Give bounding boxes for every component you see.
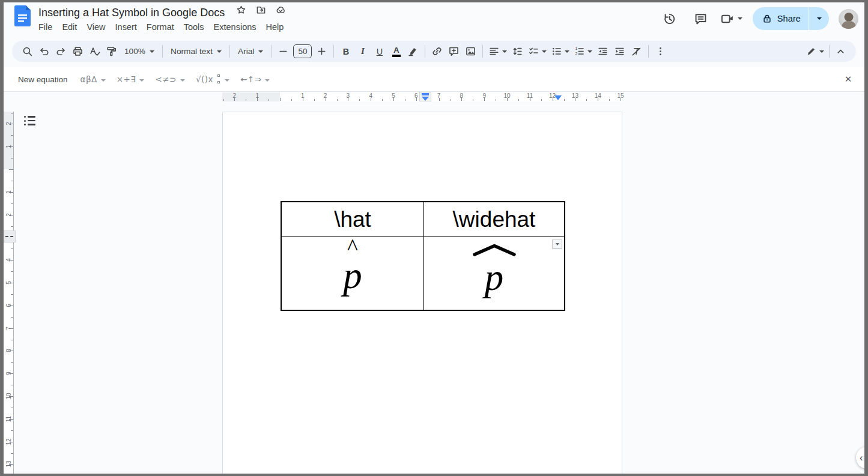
table-row-boundary-marker[interactable] xyxy=(2,230,16,243)
paint-format-button[interactable] xyxy=(103,43,120,59)
menu-file[interactable]: File xyxy=(34,21,57,33)
horizontal-ruler: 21123456789101112131415 xyxy=(0,92,868,101)
misc-operations-dropdown[interactable]: ×÷∃ xyxy=(111,74,150,84)
account-avatar[interactable] xyxy=(839,9,858,29)
editing-mode-button[interactable] xyxy=(804,43,826,59)
ruler-label: 2 xyxy=(324,92,327,99)
more-options-button[interactable] xyxy=(652,43,669,59)
math-operations-dropdown[interactable]: √()x xyxy=(190,74,235,84)
document-title[interactable]: Inserting a Hat Symbol in Google Docs xyxy=(38,7,225,19)
highlight-color-button[interactable] xyxy=(405,43,421,59)
video-options-caret-icon[interactable] xyxy=(738,17,742,20)
greek-letters-dropdown[interactable]: αβΔ xyxy=(75,74,111,84)
text-color-button[interactable]: A xyxy=(388,43,404,59)
align-button[interactable] xyxy=(487,43,509,59)
font-dropdown[interactable]: Arial xyxy=(234,43,267,59)
show-document-outline-button[interactable] xyxy=(24,116,36,128)
decrease-font-size-button[interactable] xyxy=(275,43,291,59)
menu-help[interactable]: Help xyxy=(261,21,289,33)
highlight-color-icon xyxy=(407,46,419,57)
table-header-hat[interactable]: \hat xyxy=(282,202,423,236)
ruler-tick xyxy=(11,249,13,249)
right-indent-marker[interactable] xyxy=(554,95,562,100)
increase-font-size-button[interactable] xyxy=(314,43,330,59)
ruler-label: 4 xyxy=(4,256,13,265)
toolbar-divider xyxy=(482,45,483,58)
increase-indent-button[interactable] xyxy=(612,43,628,59)
menu-edit[interactable]: Edit xyxy=(57,21,82,33)
cloud-status-icon[interactable] xyxy=(276,5,286,17)
ruler-label: 1 xyxy=(301,92,305,99)
table-header-widehat[interactable]: \widehat xyxy=(423,202,564,236)
clear-formatting-button[interactable] xyxy=(628,43,645,59)
chevron-left-icon: ‹ xyxy=(860,453,863,463)
search-button[interactable] xyxy=(19,43,35,59)
chevron-down-icon xyxy=(101,79,106,82)
print-button[interactable] xyxy=(70,43,86,59)
menu-extensions[interactable]: Extensions xyxy=(209,21,261,33)
share-options-button[interactable] xyxy=(809,7,829,30)
relations-dropdown[interactable]: <≠⊃ xyxy=(150,74,190,84)
ruler-label: 6 xyxy=(414,92,418,99)
left-indent-marker[interactable] xyxy=(422,97,429,101)
google-docs-window: Inserting a Hat Symbol in Google Docs Fi… xyxy=(0,0,868,476)
insert-image-button[interactable] xyxy=(463,43,479,59)
document-page[interactable]: \hat \widehat ^ p p xyxy=(222,112,622,476)
add-comment-button[interactable] xyxy=(446,43,462,59)
equation-cell-hat[interactable]: ^ p xyxy=(282,236,423,310)
new-equation-button[interactable]: New equation xyxy=(4,75,75,84)
chevron-down-icon xyxy=(565,50,569,53)
menu-format[interactable]: Format xyxy=(142,21,179,33)
ruler-tick xyxy=(473,99,473,101)
chevron-down-icon xyxy=(225,79,229,82)
hide-menus-button[interactable] xyxy=(833,43,849,59)
ruler-tick xyxy=(11,113,13,113)
ruler-label: 2 xyxy=(4,210,13,219)
main-toolbar: 100%Normal textArial50BIUA12 xyxy=(12,41,856,62)
checklist-button[interactable] xyxy=(526,43,548,59)
redo-button[interactable] xyxy=(53,43,69,59)
ruler-tick xyxy=(11,408,13,408)
more-options-icon xyxy=(655,46,666,57)
equation-options-dropdown[interactable] xyxy=(552,240,562,249)
decrease-indent-button[interactable] xyxy=(595,43,611,59)
undo-button[interactable] xyxy=(36,43,52,59)
ruler-tick xyxy=(9,169,13,170)
star-icon[interactable] xyxy=(236,5,246,17)
close-equation-toolbar-button[interactable]: ✕ xyxy=(840,71,856,87)
menu-tools[interactable]: Tools xyxy=(179,21,209,33)
ruler-tick xyxy=(586,99,587,101)
version-history-icon[interactable] xyxy=(658,7,682,31)
move-folder-icon[interactable] xyxy=(256,5,266,17)
bulleted-list-button[interactable] xyxy=(549,43,571,59)
ruler-zone xyxy=(222,92,280,101)
zoom-dropdown[interactable]: 100% xyxy=(120,43,159,59)
ruler-tick xyxy=(269,99,269,101)
chevron-down-icon xyxy=(542,50,547,53)
google-docs-logo-icon[interactable] xyxy=(14,5,31,26)
italic-button[interactable]: I xyxy=(354,43,371,59)
menu-insert[interactable]: Insert xyxy=(111,21,142,33)
underline-button[interactable]: U xyxy=(371,43,387,59)
insert-link-button[interactable] xyxy=(429,43,445,59)
line-spacing-button[interactable] xyxy=(509,43,526,59)
menu-view[interactable]: View xyxy=(82,21,110,33)
comments-icon[interactable] xyxy=(689,7,713,31)
print-icon xyxy=(72,46,83,57)
bold-button[interactable]: B xyxy=(338,43,354,59)
spellcheck-icon xyxy=(89,46,100,57)
spellcheck-button[interactable] xyxy=(86,43,103,59)
styles-dropdown[interactable]: Normal text xyxy=(166,43,226,59)
arrows-dropdown[interactable]: ←↑⇒ xyxy=(235,74,275,84)
equation-table: \hat \widehat ^ p p xyxy=(281,201,565,311)
ruler-label: 15 xyxy=(617,92,624,99)
numbered-list-button[interactable]: 12 xyxy=(572,43,594,59)
font-size-input[interactable]: 50 xyxy=(293,44,312,58)
numbered-list-icon: 12 xyxy=(574,46,585,57)
show-side-panel-button[interactable]: ‹ xyxy=(856,447,868,469)
first-line-indent-marker[interactable] xyxy=(422,93,429,96)
equation-cell-widehat[interactable]: p xyxy=(423,236,564,310)
share-button[interactable]: Share xyxy=(753,7,809,30)
wide-hat-glyph xyxy=(472,243,517,256)
join-call-button[interactable] xyxy=(721,12,742,26)
